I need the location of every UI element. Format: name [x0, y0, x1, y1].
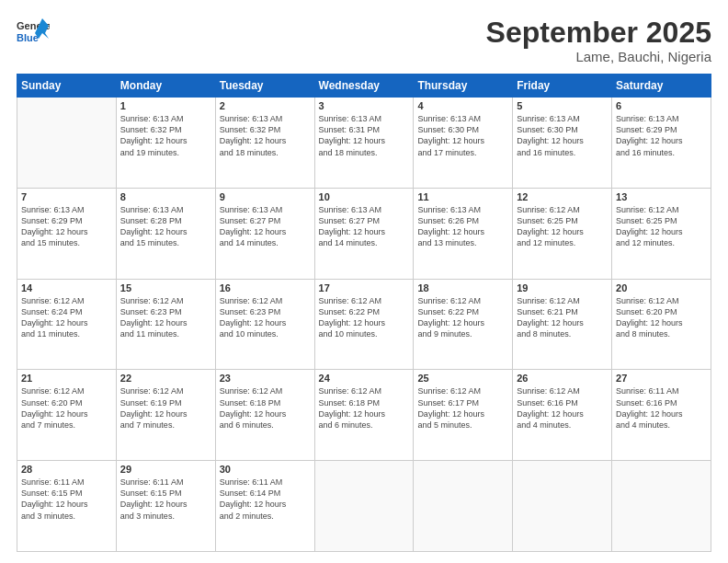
calendar-cell	[414, 461, 513, 552]
calendar-cell: 3Sunrise: 6:13 AMSunset: 6:31 PMDaylight…	[314, 98, 414, 189]
calendar-cell: 7Sunrise: 6:13 AMSunset: 6:29 PMDaylight…	[17, 188, 117, 279]
day-number: 15	[120, 282, 211, 293]
day-number: 3	[319, 100, 410, 111]
day-info: Sunrise: 6:13 AMSunset: 6:27 PMDaylight:…	[319, 204, 410, 249]
calendar-week-row: 1Sunrise: 6:13 AMSunset: 6:32 PMDaylight…	[17, 98, 711, 189]
calendar-title: September 2025	[486, 17, 711, 49]
day-info: Sunrise: 6:12 AMSunset: 6:19 PMDaylight:…	[120, 385, 211, 431]
day-number: 30	[220, 464, 311, 475]
calendar-table: Sunday Monday Tuesday Wednesday Thursday…	[17, 74, 711, 552]
day-info: Sunrise: 6:12 AMSunset: 6:22 PMDaylight:…	[319, 295, 410, 340]
day-number: 7	[21, 191, 112, 202]
day-info: Sunrise: 6:13 AMSunset: 6:32 PMDaylight:…	[220, 113, 311, 158]
calendar-cell: 14Sunrise: 6:12 AMSunset: 6:24 PMDayligh…	[17, 279, 117, 370]
day-number: 23	[220, 373, 311, 384]
day-info: Sunrise: 6:12 AMSunset: 6:22 PMDaylight:…	[417, 295, 508, 340]
day-number: 4	[417, 100, 508, 111]
logo: General Blue	[17, 17, 51, 50]
title-block: September 2025 Lame, Bauchi, Nigeria	[486, 17, 711, 64]
day-number: 9	[220, 191, 311, 202]
day-info: Sunrise: 6:12 AMSunset: 6:17 PMDaylight:…	[417, 385, 508, 431]
calendar-cell	[314, 461, 414, 552]
day-number: 22	[120, 373, 211, 384]
day-header-row: Sunday Monday Tuesday Wednesday Thursday…	[17, 75, 711, 98]
calendar-cell: 22Sunrise: 6:12 AMSunset: 6:19 PMDayligh…	[116, 370, 215, 461]
day-info: Sunrise: 6:12 AMSunset: 6:16 PMDaylight:…	[517, 385, 608, 431]
day-info: Sunrise: 6:13 AMSunset: 6:32 PMDaylight:…	[120, 113, 211, 158]
day-info: Sunrise: 6:11 AMSunset: 6:15 PMDaylight:…	[120, 477, 211, 522]
day-number: 21	[21, 373, 112, 384]
header: General Blue September 2025 Lame, Bauchi…	[17, 17, 711, 64]
day-info: Sunrise: 6:11 AMSunset: 6:14 PMDaylight:…	[220, 477, 311, 522]
header-saturday: Saturday	[612, 75, 711, 98]
day-info: Sunrise: 6:12 AMSunset: 6:18 PMDaylight:…	[319, 385, 410, 431]
calendar-cell: 26Sunrise: 6:12 AMSunset: 6:16 PMDayligh…	[513, 370, 612, 461]
day-info: Sunrise: 6:13 AMSunset: 6:29 PMDaylight:…	[616, 113, 707, 158]
calendar-cell: 15Sunrise: 6:12 AMSunset: 6:23 PMDayligh…	[116, 279, 215, 370]
calendar-week-row: 28Sunrise: 6:11 AMSunset: 6:15 PMDayligh…	[17, 461, 711, 552]
calendar-cell: 30Sunrise: 6:11 AMSunset: 6:14 PMDayligh…	[215, 461, 314, 552]
svg-text:Blue: Blue	[17, 32, 39, 43]
day-number: 2	[220, 100, 311, 111]
day-info: Sunrise: 6:13 AMSunset: 6:30 PMDaylight:…	[517, 113, 608, 158]
day-info: Sunrise: 6:12 AMSunset: 6:25 PMDaylight:…	[517, 204, 608, 249]
day-info: Sunrise: 6:13 AMSunset: 6:26 PMDaylight:…	[417, 204, 508, 249]
page: General Blue September 2025 Lame, Bauchi…	[0, 0, 728, 563]
day-info: Sunrise: 6:12 AMSunset: 6:24 PMDaylight:…	[21, 295, 112, 340]
day-info: Sunrise: 6:12 AMSunset: 6:23 PMDaylight:…	[220, 295, 311, 340]
calendar-week-row: 7Sunrise: 6:13 AMSunset: 6:29 PMDaylight…	[17, 188, 711, 279]
day-number: 14	[21, 282, 112, 293]
day-number: 18	[417, 282, 508, 293]
calendar-cell: 1Sunrise: 6:13 AMSunset: 6:32 PMDaylight…	[116, 98, 215, 189]
day-number: 13	[616, 191, 707, 202]
calendar-cell: 19Sunrise: 6:12 AMSunset: 6:21 PMDayligh…	[513, 279, 612, 370]
day-info: Sunrise: 6:12 AMSunset: 6:18 PMDaylight:…	[220, 385, 311, 431]
calendar-cell: 4Sunrise: 6:13 AMSunset: 6:30 PMDaylight…	[414, 98, 513, 189]
calendar-cell: 13Sunrise: 6:12 AMSunset: 6:25 PMDayligh…	[612, 188, 711, 279]
calendar-cell: 27Sunrise: 6:11 AMSunset: 6:16 PMDayligh…	[612, 370, 711, 461]
calendar-cell: 17Sunrise: 6:12 AMSunset: 6:22 PMDayligh…	[314, 279, 414, 370]
day-info: Sunrise: 6:12 AMSunset: 6:25 PMDaylight:…	[616, 204, 707, 249]
calendar-cell: 16Sunrise: 6:12 AMSunset: 6:23 PMDayligh…	[215, 279, 314, 370]
day-number: 5	[517, 100, 608, 111]
calendar-cell	[513, 461, 612, 552]
header-sunday: Sunday	[17, 75, 117, 98]
calendar-cell: 5Sunrise: 6:13 AMSunset: 6:30 PMDaylight…	[513, 98, 612, 189]
calendar-cell: 18Sunrise: 6:12 AMSunset: 6:22 PMDayligh…	[414, 279, 513, 370]
calendar-cell: 10Sunrise: 6:13 AMSunset: 6:27 PMDayligh…	[314, 188, 414, 279]
header-wednesday: Wednesday	[314, 75, 414, 98]
day-number: 29	[120, 464, 211, 475]
day-number: 11	[417, 191, 508, 202]
day-info: Sunrise: 6:13 AMSunset: 6:29 PMDaylight:…	[21, 204, 112, 249]
header-tuesday: Tuesday	[215, 75, 314, 98]
day-info: Sunrise: 6:13 AMSunset: 6:27 PMDaylight:…	[220, 204, 311, 249]
calendar-cell	[17, 98, 117, 189]
calendar-cell: 28Sunrise: 6:11 AMSunset: 6:15 PMDayligh…	[17, 461, 117, 552]
day-info: Sunrise: 6:11 AMSunset: 6:16 PMDaylight:…	[616, 385, 707, 431]
calendar-subtitle: Lame, Bauchi, Nigeria	[486, 49, 711, 64]
calendar-week-row: 14Sunrise: 6:12 AMSunset: 6:24 PMDayligh…	[17, 279, 711, 370]
calendar-cell: 9Sunrise: 6:13 AMSunset: 6:27 PMDaylight…	[215, 188, 314, 279]
calendar-cell: 21Sunrise: 6:12 AMSunset: 6:20 PMDayligh…	[17, 370, 117, 461]
day-number: 25	[417, 373, 508, 384]
calendar-cell: 25Sunrise: 6:12 AMSunset: 6:17 PMDayligh…	[414, 370, 513, 461]
day-number: 1	[120, 100, 211, 111]
day-info: Sunrise: 6:13 AMSunset: 6:28 PMDaylight:…	[120, 204, 211, 249]
day-number: 10	[319, 191, 410, 202]
day-info: Sunrise: 6:11 AMSunset: 6:15 PMDaylight:…	[21, 477, 112, 522]
calendar-cell: 29Sunrise: 6:11 AMSunset: 6:15 PMDayligh…	[116, 461, 215, 552]
day-info: Sunrise: 6:12 AMSunset: 6:20 PMDaylight:…	[616, 295, 707, 340]
day-info: Sunrise: 6:13 AMSunset: 6:30 PMDaylight:…	[417, 113, 508, 158]
header-friday: Friday	[513, 75, 612, 98]
calendar-cell: 6Sunrise: 6:13 AMSunset: 6:29 PMDaylight…	[612, 98, 711, 189]
day-number: 19	[517, 282, 608, 293]
day-number: 20	[616, 282, 707, 293]
day-number: 8	[120, 191, 211, 202]
calendar-cell: 12Sunrise: 6:12 AMSunset: 6:25 PMDayligh…	[513, 188, 612, 279]
calendar-cell: 20Sunrise: 6:12 AMSunset: 6:20 PMDayligh…	[612, 279, 711, 370]
calendar-cell: 8Sunrise: 6:13 AMSunset: 6:28 PMDaylight…	[116, 188, 215, 279]
day-number: 6	[616, 100, 707, 111]
day-number: 28	[21, 464, 112, 475]
calendar-cell: 24Sunrise: 6:12 AMSunset: 6:18 PMDayligh…	[314, 370, 414, 461]
header-monday: Monday	[116, 75, 215, 98]
